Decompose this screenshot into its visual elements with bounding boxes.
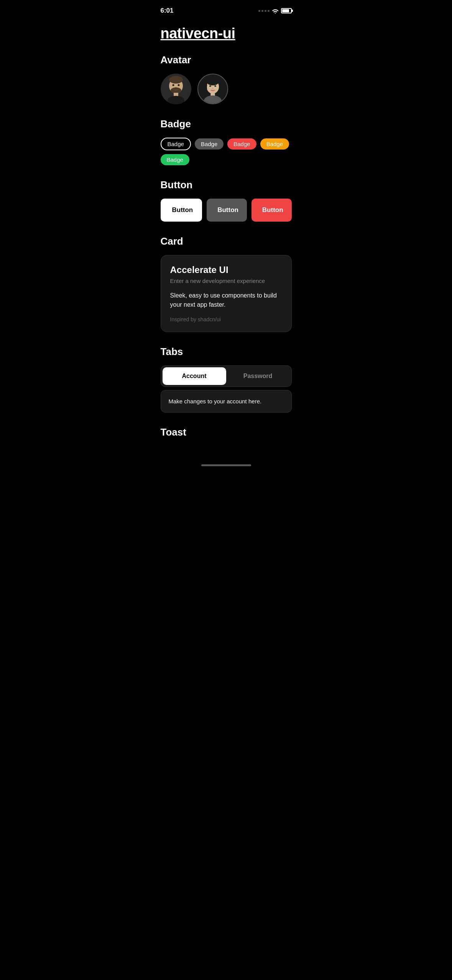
card-title: Accelerate UI — [170, 265, 282, 275]
svg-point-14 — [214, 86, 216, 87]
app-title: nativecn-ui — [161, 25, 292, 42]
button-red[interactable]: Button — [251, 199, 292, 222]
tab-account-text: Make changes to your account here. — [169, 398, 284, 404]
badge-row: Badge Badge Badge Badge Badge — [161, 138, 292, 165]
svg-point-12 — [206, 77, 219, 86]
card-body: Sleek, easy to use components to build y… — [170, 291, 282, 309]
tabs-section: Tabs Account Password Make changes to yo… — [161, 346, 292, 413]
avatar-2 — [197, 74, 228, 104]
status-icons — [258, 8, 292, 13]
card-subtitle: Enter a new development experience — [170, 278, 282, 284]
badge-gray: Badge — [195, 138, 224, 150]
toast-section: Toast — [161, 426, 292, 438]
home-bar — [201, 464, 251, 466]
badge-green: Badge — [161, 154, 189, 165]
main-content: nativecn-ui Avatar — [151, 19, 301, 461]
button-gray[interactable]: Button — [207, 199, 247, 222]
avatar-2-svg — [198, 74, 227, 104]
tabs-section-title: Tabs — [161, 346, 292, 358]
svg-point-3 — [169, 76, 183, 84]
card-section-title: Card — [161, 235, 292, 247]
card: Accelerate UI Enter a new development ex… — [161, 255, 292, 332]
svg-point-4 — [172, 84, 174, 86]
tab-account[interactable]: Account — [163, 367, 226, 385]
status-time: 6:01 — [161, 7, 174, 15]
svg-point-0 — [274, 13, 276, 13]
tab-content-account: Make changes to your account here. — [161, 390, 292, 413]
card-footer: Inspired by shadcn/ui — [170, 316, 282, 322]
badge-outline: Badge — [161, 138, 191, 150]
signal-icon — [258, 10, 270, 12]
wifi-icon — [272, 8, 279, 13]
avatar-section: Avatar — [161, 54, 292, 104]
svg-point-15 — [212, 88, 213, 89]
svg-point-13 — [209, 86, 211, 87]
button-white[interactable]: Button — [161, 199, 202, 222]
svg-point-7 — [171, 87, 181, 94]
card-section: Card Accelerate UI Enter a new developme… — [161, 235, 292, 332]
home-indicator — [151, 461, 301, 468]
tab-password[interactable]: Password — [226, 367, 290, 385]
button-row: Button Button Button — [161, 199, 292, 222]
avatar-row — [161, 74, 292, 104]
badge-red: Badge — [227, 138, 256, 150]
button-section-title: Button — [161, 179, 292, 191]
svg-point-5 — [178, 84, 179, 86]
avatar-1-svg — [161, 74, 191, 104]
battery-icon — [281, 8, 292, 13]
button-section: Button Button Button Button — [161, 179, 292, 222]
avatar-section-title: Avatar — [161, 54, 292, 66]
avatar-1 — [161, 74, 191, 104]
badge-yellow: Badge — [260, 138, 289, 150]
badge-section: Badge Badge Badge Badge Badge Badge — [161, 118, 292, 165]
badge-section-title: Badge — [161, 118, 292, 130]
tabs-header: Account Password — [161, 365, 292, 387]
status-bar: 6:01 — [151, 0, 301, 19]
toast-section-title: Toast — [161, 426, 292, 438]
